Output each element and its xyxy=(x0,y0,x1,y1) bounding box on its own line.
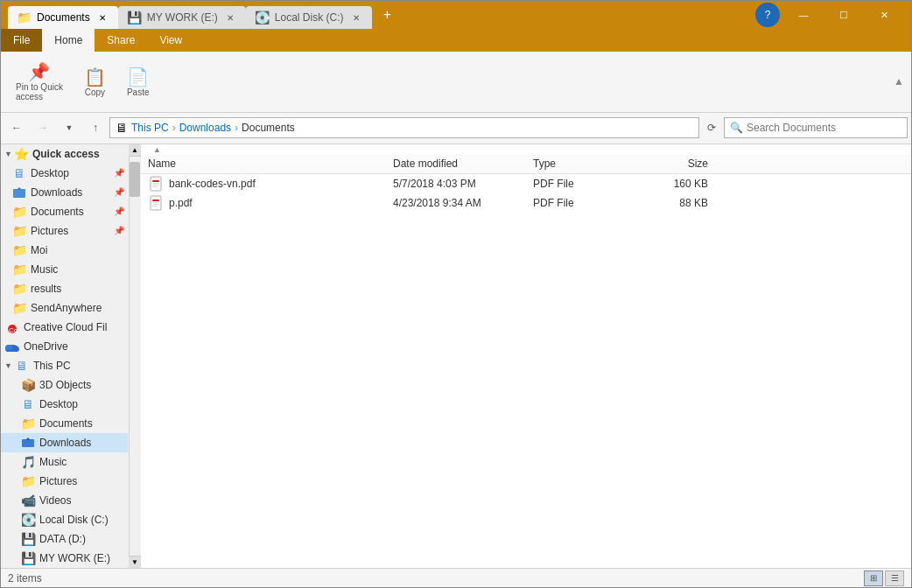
sidebar-item-localdc[interactable]: 💽 Local Disk (C:) xyxy=(1,510,128,529)
tab-documents-icon: 📁 xyxy=(17,10,32,24)
quickaccess-expand-icon[interactable]: ▼ xyxy=(4,150,12,158)
sidebar-item-thispc[interactable]: ▼ 🖥 This PC xyxy=(1,356,128,375)
minimize-button[interactable]: — xyxy=(783,1,824,29)
sidebar-item-downloads-qa[interactable]: Downloads 📌 xyxy=(1,183,128,202)
sidebar-item-onedrive[interactable]: OneDrive xyxy=(1,337,128,356)
sidebar-item-videos-label: Videos xyxy=(39,494,124,507)
ribbon-expand[interactable]: ▲ xyxy=(894,75,904,88)
title-bar-left: 📁 Documents ✕ 💾 MY WORK (E:) ✕ 💽 Local D… xyxy=(8,1,752,29)
recent-button[interactable]: ▼ xyxy=(57,116,81,140)
search-input[interactable] xyxy=(747,122,901,134)
file1-name: bank-codes-vn.pdf xyxy=(169,178,393,190)
tab-mywork-icon: 💾 xyxy=(127,10,142,24)
sidebar-item-results[interactable]: 📁 results xyxy=(1,279,128,298)
ribbon-tab-file[interactable]: File xyxy=(1,29,42,52)
address-bar[interactable]: 🖥 This PC › Downloads › Documents xyxy=(109,117,699,138)
ribbon-tab-share[interactable]: Share xyxy=(95,29,147,52)
sidebar-item-videos[interactable]: 📹 Videos xyxy=(1,491,128,510)
add-tab-button[interactable]: + xyxy=(375,4,400,26)
breadcrumb-downloads[interactable]: Downloads xyxy=(179,122,231,134)
sidebar-item-mywork[interactable]: 💾 MY WORK (E:) xyxy=(1,549,128,568)
documents-pc-icon: 📁 xyxy=(20,416,36,431)
file-row-1[interactable]: bank-codes-vn.pdf 5/7/2018 4:03 PM PDF F… xyxy=(141,174,911,193)
refresh-button[interactable]: ⟳ xyxy=(701,117,722,138)
videos-icon: 📹 xyxy=(20,493,36,508)
svg-rect-12 xyxy=(152,186,158,187)
sidebar-item-moi-label: Moi xyxy=(31,244,124,256)
sidebar-scroll-up[interactable]: ▲ xyxy=(129,144,141,157)
sidebar-item-desktop-qa[interactable]: 🖥 Desktop 📌 xyxy=(1,164,128,183)
maximize-button[interactable]: ☐ xyxy=(824,1,864,29)
col-header-date[interactable]: Date modified xyxy=(393,158,533,170)
ribbon-paste-button[interactable]: 📄 Paste xyxy=(119,62,158,102)
sidebar-item-creative-cloud-label: Creative Cloud Fil xyxy=(24,321,124,333)
col-sort-indicator: ▲ xyxy=(141,144,911,155)
sidebar-item-documents-qa[interactable]: 📁 Documents 📌 xyxy=(1,202,128,221)
status-view-list-button[interactable]: ☰ xyxy=(885,570,904,586)
sidebar-item-sendanywhere[interactable]: 📁 SendAnywhere xyxy=(1,298,128,318)
sidebar-item-onedrive-label: OneDrive xyxy=(24,340,124,353)
sidebar-item-downloads-qa-label: Downloads xyxy=(31,186,112,199)
sidebar-item-pictures-pc[interactable]: 📁 Pictures xyxy=(1,472,128,491)
forward-button[interactable]: → xyxy=(31,116,55,140)
file1-icon xyxy=(148,176,164,192)
pin-label: Pin to Quickaccess xyxy=(16,82,63,102)
copy-label: Copy xyxy=(85,88,105,97)
ribbon-copy-button[interactable]: 📋 Copy xyxy=(76,62,114,102)
tab-documents[interactable]: 📁 Documents ✕ xyxy=(8,6,118,29)
tab-mywork[interactable]: 💾 MY WORK (E:) ✕ xyxy=(118,6,246,29)
search-box[interactable]: 🔍 xyxy=(724,117,908,138)
breadcrumb-documents[interactable]: Documents xyxy=(242,122,295,134)
list-view-icon: ☰ xyxy=(891,573,899,583)
back-button[interactable]: ← xyxy=(4,116,29,140)
sendanywhere-icon: 📁 xyxy=(11,300,27,316)
close-button[interactable]: ✕ xyxy=(864,1,904,29)
tab-mywork-close[interactable]: ✕ xyxy=(223,10,237,24)
ribbon-tab-share-label: Share xyxy=(107,34,135,46)
desktop-icon: 🖥 xyxy=(11,165,27,181)
sidebar-item-3dobjects[interactable]: 📦 3D Objects xyxy=(1,375,128,395)
sidebar-item-documents-pc-label: Documents xyxy=(39,417,124,430)
tab-localdisk-close[interactable]: ✕ xyxy=(349,10,363,24)
status-view-grid-button[interactable]: ⊞ xyxy=(864,570,883,586)
sort-arrow-icon: ▲ xyxy=(153,145,161,154)
tab-localdisk-icon: 💽 xyxy=(255,10,270,24)
col-header-size[interactable]: Size xyxy=(638,158,708,170)
sidebar-scroll-thumb[interactable] xyxy=(130,162,140,197)
sidebar-item-documents-pc[interactable]: 📁 Documents xyxy=(1,414,128,433)
copy-icon: 📋 xyxy=(84,66,106,88)
sidebar-item-desktop-pc[interactable]: 🖥 Desktop xyxy=(1,395,128,414)
tab-localdisk[interactable]: 💽 Local Disk (C:) ✕ xyxy=(246,6,372,29)
thispc-expand-icon[interactable]: ▼ xyxy=(4,361,12,370)
pin-indicator-docs: 📌 xyxy=(114,206,124,216)
sidebar-item-moi[interactable]: 📁 Moi xyxy=(1,241,128,260)
svg-rect-9 xyxy=(152,180,159,182)
ribbon-tab-home[interactable]: Home xyxy=(42,29,95,52)
pin-icon: 📌 xyxy=(28,61,50,82)
quickaccess-label: Quick access xyxy=(32,148,100,160)
svg-rect-15 xyxy=(152,202,159,203)
sidebar-item-downloads-pc-label: Downloads xyxy=(39,437,124,449)
file2-icon xyxy=(148,195,164,211)
sidebar-item-music-qa[interactable]: 📁 Music xyxy=(1,260,128,279)
sidebar-item-pictures-qa[interactable]: 📁 Pictures 📌 xyxy=(1,221,128,241)
pictures-qa-icon: 📁 xyxy=(11,223,27,239)
sidebar-item-music-pc[interactable]: 🎵 Music xyxy=(1,452,128,472)
file-row-2[interactable]: p.pdf 4/23/2018 9:34 AM PDF File 88 KB xyxy=(141,193,911,213)
sidebar-item-downloads-pc[interactable]: Downloads xyxy=(1,433,128,452)
up-button[interactable]: ↑ xyxy=(83,116,108,140)
sidebar-item-datad[interactable]: 💾 DATA (D:) xyxy=(1,529,128,549)
help-button[interactable]: ? xyxy=(755,3,780,27)
col-date-label: Date modified xyxy=(393,158,458,170)
sidebar-item-creative-cloud[interactable]: Cc Creative Cloud Fil xyxy=(1,318,128,337)
sidebar-wrapper: ▼ ⭐ Quick access 🖥 Desktop 📌 Downloads xyxy=(1,144,141,568)
sidebar-scroll-down[interactable]: ▼ xyxy=(129,556,141,568)
col-header-type[interactable]: Type xyxy=(533,158,638,170)
breadcrumb-sep2: › xyxy=(235,122,238,134)
breadcrumb-thispc[interactable]: This PC xyxy=(131,122,169,134)
tab-documents-close[interactable]: ✕ xyxy=(95,10,109,24)
col-header-name[interactable]: Name xyxy=(148,158,393,170)
svg-text:Cc: Cc xyxy=(9,326,18,334)
ribbon-tab-view[interactable]: View xyxy=(147,29,194,52)
ribbon-pin-button[interactable]: 📌 Pin to Quickaccess xyxy=(8,57,71,106)
